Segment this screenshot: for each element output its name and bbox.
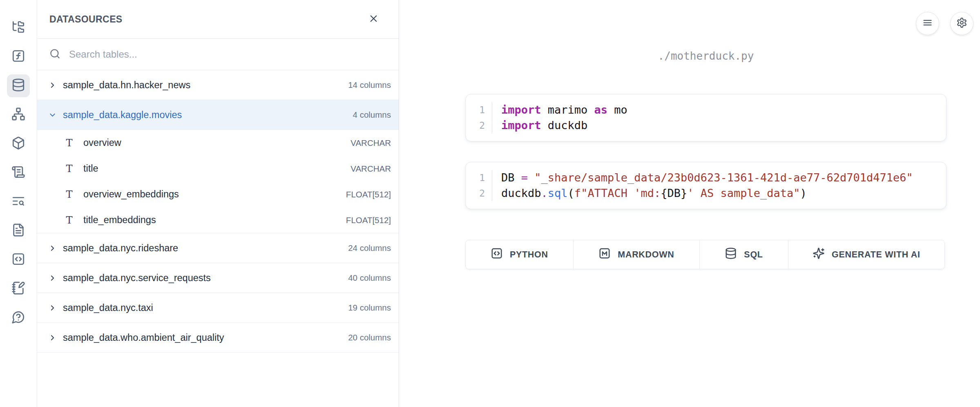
panel-header: DATASOURCES: [37, 0, 399, 39]
code-text: import duckdb: [492, 118, 587, 133]
column-name: overview_embeddings: [83, 189, 337, 200]
menu-icon: [922, 17, 933, 30]
code-cell[interactable]: 1 DB = "_share/sample_data/23b0d623-1361…: [465, 162, 947, 209]
code-line: 1 DB = "_share/sample_data/23b0d623-1361…: [466, 170, 946, 186]
scratchpad-icon: [11, 281, 25, 297]
sidebar-item-dependencies[interactable]: [7, 103, 30, 126]
expanded-columns-group: T overview VARCHAR T title VARCHAR T ove…: [37, 130, 399, 233]
chevron-right-icon: [48, 244, 57, 253]
line-number: 2: [466, 118, 492, 133]
table-column-count: 19 columns: [348, 303, 391, 313]
notebook-area: ./motherduck.py 1 import marimo as mo 2 …: [399, 0, 980, 407]
generate-with-ai-button[interactable]: GENERATE WITH AI: [788, 240, 944, 269]
search-icon: [49, 48, 60, 61]
document-icon: [11, 223, 25, 239]
line-number: 1: [466, 170, 492, 186]
column-row[interactable]: T title VARCHAR: [37, 156, 399, 181]
panel-title: DATASOURCES: [49, 14, 123, 25]
add-markdown-cell-button[interactable]: MARKDOWN: [574, 240, 700, 269]
sidebar-item-help[interactable]: [7, 306, 30, 329]
chevron-down-icon: [48, 111, 57, 119]
column-type: FLOAT[512]: [346, 215, 391, 225]
notebook-actions: [916, 12, 973, 35]
sidebar-item-logs[interactable]: [7, 190, 30, 213]
file-tree-icon: [11, 20, 25, 36]
app-window: DATASOURCES sample_data.hn.hacker_news 1…: [0, 0, 980, 407]
database-icon: [11, 78, 25, 94]
code-square-icon: [11, 252, 25, 268]
table-name: sample_data.kaggle.movies: [63, 110, 347, 121]
table-column-count: 20 columns: [348, 333, 391, 342]
function-square-icon: [11, 49, 25, 65]
sidebar-item-variables[interactable]: [7, 45, 30, 68]
sidebar-item-snippets[interactable]: [7, 248, 30, 271]
text-type-icon: T: [64, 215, 75, 226]
code-line: 2 import duckdb: [466, 118, 946, 133]
text-type-icon: T: [64, 163, 75, 174]
column-name: overview: [83, 137, 342, 148]
chevron-right-icon: [48, 274, 57, 282]
add-python-label: PYTHON: [510, 250, 548, 260]
add-cell-bar: PYTHON MARKDOWN SQL GENERATE WITH AI: [465, 240, 945, 269]
help-chat-icon: [11, 310, 25, 326]
code-square-icon: [491, 247, 503, 262]
table-row[interactable]: sample_data.who.ambient_air_quality 20 c…: [37, 323, 399, 353]
table-row[interactable]: sample_data.nyc.rideshare 24 columns: [37, 233, 399, 263]
icon-sidebar: [0, 0, 37, 407]
add-sql-label: SQL: [744, 250, 763, 260]
table-name: sample_data.nyc.service_requests: [63, 273, 342, 284]
chevron-right-icon: [48, 304, 57, 312]
close-icon: [368, 13, 379, 26]
table-column-count: 4 columns: [353, 110, 391, 120]
chevron-right-icon: [48, 333, 57, 342]
table-search: [37, 39, 399, 70]
table-name: sample_data.hn.hacker_news: [63, 80, 342, 91]
log-search-icon: [11, 194, 25, 210]
settings-button[interactable]: [950, 12, 973, 35]
sidebar-item-scratchpad[interactable]: [7, 277, 30, 300]
scroll-text-icon: [11, 165, 25, 181]
package-box-icon: [11, 136, 25, 152]
code-text: DB = "_share/sample_data/23b0d623-1361-4…: [492, 170, 913, 186]
add-sql-cell-button[interactable]: SQL: [700, 240, 788, 269]
column-type: VARCHAR: [350, 138, 391, 148]
table-column-count: 24 columns: [348, 243, 391, 253]
text-type-icon: T: [64, 137, 75, 149]
table-row[interactable]: sample_data.nyc.taxi 19 columns: [37, 293, 399, 323]
markdown-square-icon: [598, 247, 611, 262]
code-line: 1 import marimo as mo: [466, 102, 946, 118]
column-row[interactable]: T overview VARCHAR: [37, 130, 399, 156]
sidebar-item-datasources[interactable]: [7, 74, 30, 97]
table-row-selected[interactable]: sample_data.kaggle.movies 4 columns: [37, 100, 399, 130]
database-icon: [725, 247, 737, 262]
close-panel-button[interactable]: [364, 10, 382, 28]
sidebar-item-packages[interactable]: [7, 132, 30, 155]
table-column-count: 40 columns: [348, 273, 391, 283]
add-python-cell-button[interactable]: PYTHON: [466, 240, 574, 269]
sidebar-item-outline[interactable]: [7, 161, 30, 184]
table-name: sample_data.nyc.rideshare: [63, 243, 342, 254]
sidebar-item-documentation[interactable]: [7, 219, 30, 242]
search-input[interactable]: [69, 49, 386, 60]
gear-icon: [956, 17, 967, 30]
table-name: sample_data.who.ambient_air_quality: [63, 332, 342, 343]
table-list: sample_data.hn.hacker_news 14 columns sa…: [37, 70, 399, 353]
column-row[interactable]: T title_embeddings FLOAT[512]: [37, 207, 399, 233]
table-name: sample_data.nyc.taxi: [63, 302, 342, 313]
table-row[interactable]: sample_data.nyc.service_requests 40 colu…: [37, 263, 399, 293]
column-name: title_embeddings: [83, 215, 337, 226]
code-cell[interactable]: 1 import marimo as mo 2 import duckdb: [465, 94, 947, 141]
add-markdown-label: MARKDOWN: [618, 250, 674, 260]
sparkles-icon: [813, 247, 825, 262]
generate-with-ai-label: GENERATE WITH AI: [832, 250, 920, 260]
sidebar-item-files[interactable]: [7, 16, 30, 39]
column-name: title: [83, 163, 342, 174]
code-text: duckdb.sql(f"ATTACH 'md:{DB}' AS sample_…: [492, 186, 807, 201]
table-column-count: 14 columns: [348, 80, 391, 90]
line-number: 1: [466, 102, 492, 118]
notebook-filename[interactable]: ./motherduck.py: [465, 50, 947, 62]
table-row[interactable]: sample_data.hn.hacker_news 14 columns: [37, 70, 399, 100]
notebook-menu-button[interactable]: [916, 12, 939, 35]
code-line: 2 duckdb.sql(f"ATTACH 'md:{DB}' AS sampl…: [466, 186, 946, 201]
column-row[interactable]: T overview_embeddings FLOAT[512]: [37, 181, 399, 207]
